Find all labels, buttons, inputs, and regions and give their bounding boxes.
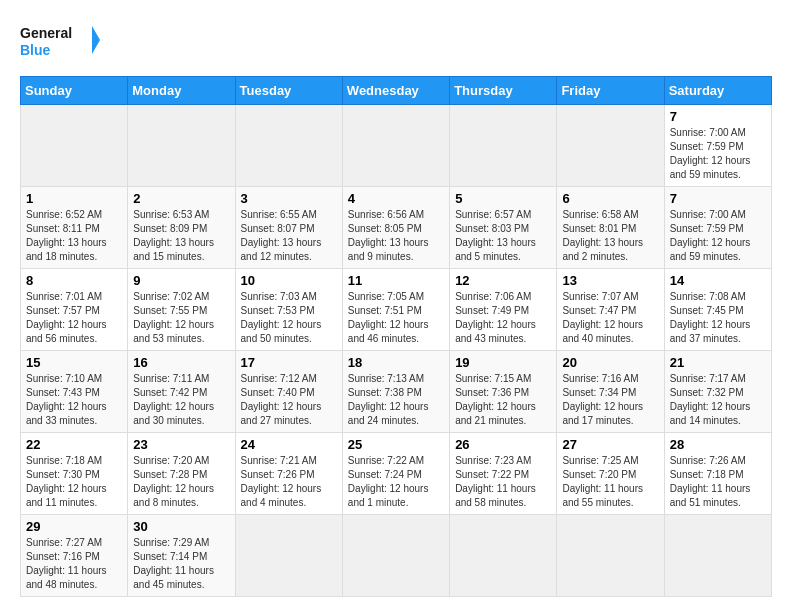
day-number: 26 (455, 437, 551, 452)
day-info: Sunrise: 7:16 AMSunset: 7:34 PMDaylight:… (562, 372, 658, 428)
day-cell-11: 11Sunrise: 7:05 AMSunset: 7:51 PMDayligh… (342, 269, 449, 351)
calendar-week-1: 1Sunrise: 6:52 AMSunset: 8:11 PMDaylight… (21, 187, 772, 269)
day-info: Sunrise: 7:17 AMSunset: 7:32 PMDaylight:… (670, 372, 766, 428)
day-cell-3: 3Sunrise: 6:55 AMSunset: 8:07 PMDaylight… (235, 187, 342, 269)
empty-cell (557, 515, 664, 597)
day-cell-9: 9Sunrise: 7:02 AMSunset: 7:55 PMDaylight… (128, 269, 235, 351)
day-cell-19: 19Sunrise: 7:15 AMSunset: 7:36 PMDayligh… (450, 351, 557, 433)
day-number: 19 (455, 355, 551, 370)
day-cell-17: 17Sunrise: 7:12 AMSunset: 7:40 PMDayligh… (235, 351, 342, 433)
calendar-week-5: 29Sunrise: 7:27 AMSunset: 7:16 PMDayligh… (21, 515, 772, 597)
page-header: General Blue (20, 20, 772, 60)
empty-cell (450, 515, 557, 597)
logo: General Blue (20, 20, 100, 60)
day-cell-16: 16Sunrise: 7:11 AMSunset: 7:42 PMDayligh… (128, 351, 235, 433)
day-info: Sunrise: 7:06 AMSunset: 7:49 PMDaylight:… (455, 290, 551, 346)
day-number: 11 (348, 273, 444, 288)
day-number: 20 (562, 355, 658, 370)
day-number: 29 (26, 519, 122, 534)
empty-cell (342, 515, 449, 597)
day-cell-7: 7Sunrise: 7:00 AMSunset: 7:59 PMDaylight… (664, 187, 771, 269)
empty-cell (450, 105, 557, 187)
day-info: Sunrise: 7:25 AMSunset: 7:20 PMDaylight:… (562, 454, 658, 510)
day-cell-21: 21Sunrise: 7:17 AMSunset: 7:32 PMDayligh… (664, 351, 771, 433)
day-cell-8: 8Sunrise: 7:01 AMSunset: 7:57 PMDaylight… (21, 269, 128, 351)
day-info: Sunrise: 7:11 AMSunset: 7:42 PMDaylight:… (133, 372, 229, 428)
day-info: Sunrise: 7:10 AMSunset: 7:43 PMDaylight:… (26, 372, 122, 428)
svg-text:Blue: Blue (20, 42, 51, 58)
day-info: Sunrise: 7:00 AMSunset: 7:59 PMDaylight:… (670, 208, 766, 264)
day-cell-4: 4Sunrise: 6:56 AMSunset: 8:05 PMDaylight… (342, 187, 449, 269)
calendar-header: SundayMondayTuesdayWednesdayThursdayFrid… (21, 77, 772, 105)
day-number: 2 (133, 191, 229, 206)
header-thursday: Thursday (450, 77, 557, 105)
day-cell-18: 18Sunrise: 7:13 AMSunset: 7:38 PMDayligh… (342, 351, 449, 433)
header-wednesday: Wednesday (342, 77, 449, 105)
day-cell-2: 2Sunrise: 6:53 AMSunset: 8:09 PMDaylight… (128, 187, 235, 269)
day-info: Sunrise: 6:55 AMSunset: 8:07 PMDaylight:… (241, 208, 337, 264)
empty-cell (128, 105, 235, 187)
day-info: Sunrise: 7:03 AMSunset: 7:53 PMDaylight:… (241, 290, 337, 346)
day-number: 17 (241, 355, 337, 370)
day-info: Sunrise: 7:12 AMSunset: 7:40 PMDaylight:… (241, 372, 337, 428)
day-number: 23 (133, 437, 229, 452)
day-cell-27: 27Sunrise: 7:25 AMSunset: 7:20 PMDayligh… (557, 433, 664, 515)
header-tuesday: Tuesday (235, 77, 342, 105)
day-info: Sunrise: 6:56 AMSunset: 8:05 PMDaylight:… (348, 208, 444, 264)
day-number: 13 (562, 273, 658, 288)
empty-cell (342, 105, 449, 187)
day-cell-30: 30Sunrise: 7:29 AMSunset: 7:14 PMDayligh… (128, 515, 235, 597)
day-cell-25: 25Sunrise: 7:22 AMSunset: 7:24 PMDayligh… (342, 433, 449, 515)
day-cell-1: 7Sunrise: 7:00 AMSunset: 7:59 PMDaylight… (664, 105, 771, 187)
day-number: 1 (26, 191, 122, 206)
day-info: Sunrise: 7:13 AMSunset: 7:38 PMDaylight:… (348, 372, 444, 428)
day-number: 27 (562, 437, 658, 452)
day-info: Sunrise: 6:52 AMSunset: 8:11 PMDaylight:… (26, 208, 122, 264)
day-cell-5: 5Sunrise: 6:57 AMSunset: 8:03 PMDaylight… (450, 187, 557, 269)
day-number: 16 (133, 355, 229, 370)
day-info: Sunrise: 7:18 AMSunset: 7:30 PMDaylight:… (26, 454, 122, 510)
day-number: 18 (348, 355, 444, 370)
day-info: Sunrise: 6:57 AMSunset: 8:03 PMDaylight:… (455, 208, 551, 264)
day-info: Sunrise: 7:00 AMSunset: 7:59 PMDaylight:… (670, 126, 766, 182)
day-number: 12 (455, 273, 551, 288)
day-info: Sunrise: 7:22 AMSunset: 7:24 PMDaylight:… (348, 454, 444, 510)
header-friday: Friday (557, 77, 664, 105)
day-info: Sunrise: 7:02 AMSunset: 7:55 PMDaylight:… (133, 290, 229, 346)
day-info: Sunrise: 7:27 AMSunset: 7:16 PMDaylight:… (26, 536, 122, 592)
day-number: 28 (670, 437, 766, 452)
day-number: 14 (670, 273, 766, 288)
day-cell-6: 6Sunrise: 6:58 AMSunset: 8:01 PMDaylight… (557, 187, 664, 269)
day-cell-10: 10Sunrise: 7:03 AMSunset: 7:53 PMDayligh… (235, 269, 342, 351)
day-number: 7 (670, 109, 766, 124)
day-cell-23: 23Sunrise: 7:20 AMSunset: 7:28 PMDayligh… (128, 433, 235, 515)
day-info: Sunrise: 7:05 AMSunset: 7:51 PMDaylight:… (348, 290, 444, 346)
day-number: 10 (241, 273, 337, 288)
day-info: Sunrise: 7:07 AMSunset: 7:47 PMDaylight:… (562, 290, 658, 346)
day-number: 25 (348, 437, 444, 452)
day-number: 5 (455, 191, 551, 206)
day-number: 3 (241, 191, 337, 206)
day-cell-28: 28Sunrise: 7:26 AMSunset: 7:18 PMDayligh… (664, 433, 771, 515)
empty-cell (21, 105, 128, 187)
header-row: SundayMondayTuesdayWednesdayThursdayFrid… (21, 77, 772, 105)
day-info: Sunrise: 7:15 AMSunset: 7:36 PMDaylight:… (455, 372, 551, 428)
day-info: Sunrise: 6:58 AMSunset: 8:01 PMDaylight:… (562, 208, 658, 264)
day-cell-15: 15Sunrise: 7:10 AMSunset: 7:43 PMDayligh… (21, 351, 128, 433)
empty-cell (235, 515, 342, 597)
day-number: 4 (348, 191, 444, 206)
header-saturday: Saturday (664, 77, 771, 105)
empty-cell (557, 105, 664, 187)
logo-svg: General Blue (20, 20, 100, 60)
day-cell-14: 14Sunrise: 7:08 AMSunset: 7:45 PMDayligh… (664, 269, 771, 351)
day-info: Sunrise: 7:29 AMSunset: 7:14 PMDaylight:… (133, 536, 229, 592)
day-cell-1: 1Sunrise: 6:52 AMSunset: 8:11 PMDaylight… (21, 187, 128, 269)
day-info: Sunrise: 7:01 AMSunset: 7:57 PMDaylight:… (26, 290, 122, 346)
header-sunday: Sunday (21, 77, 128, 105)
day-number: 6 (562, 191, 658, 206)
day-info: Sunrise: 7:26 AMSunset: 7:18 PMDaylight:… (670, 454, 766, 510)
svg-text:General: General (20, 25, 72, 41)
day-cell-12: 12Sunrise: 7:06 AMSunset: 7:49 PMDayligh… (450, 269, 557, 351)
day-cell-29: 29Sunrise: 7:27 AMSunset: 7:16 PMDayligh… (21, 515, 128, 597)
day-info: Sunrise: 6:53 AMSunset: 8:09 PMDaylight:… (133, 208, 229, 264)
